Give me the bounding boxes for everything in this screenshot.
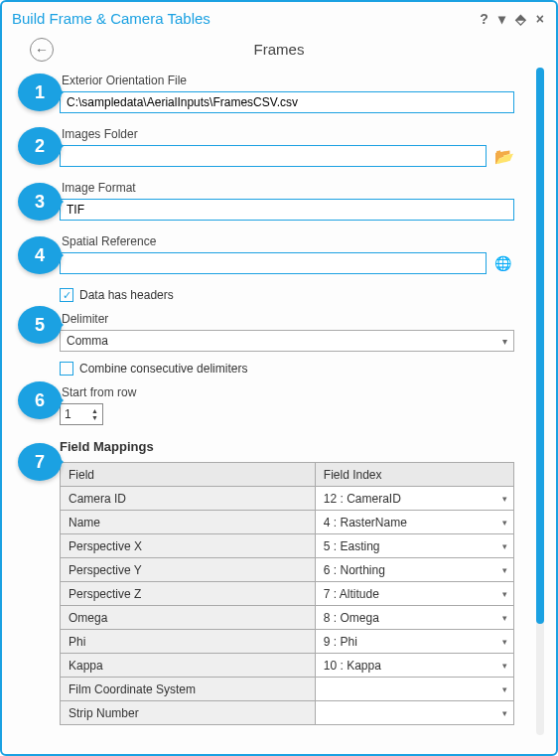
callout-6: 6 (18, 381, 62, 419)
table-row: Omega 8 : Omega▾ (61, 606, 514, 630)
exterior-label: Exterior Orientation File (62, 74, 532, 87)
start-row-label: Start from row (62, 385, 532, 399)
row-field: Perspective Z (61, 582, 316, 606)
callout-2: 2 (18, 127, 62, 165)
table-row: Camera ID 12 : CameraID▾ (61, 487, 514, 511)
callout-4: 4 (18, 236, 62, 274)
table-row: Name 4 : RasterName▾ (61, 511, 514, 534)
dropdown-icon[interactable]: ▾ (498, 11, 507, 27)
back-button[interactable]: ← (30, 38, 54, 62)
field-mappings-title: Field Mappings (60, 439, 532, 454)
chevron-down-icon: ▾ (502, 684, 507, 694)
chevron-down-icon: ▾ (502, 336, 507, 347)
data-has-headers-checkbox[interactable]: ✓ (60, 288, 73, 302)
row-field: Kappa (61, 654, 316, 678)
row-index-select[interactable]: ▾ (315, 678, 513, 701)
chevron-down-icon: ▾ (502, 589, 507, 599)
spinner-up-icon[interactable]: ▲ (91, 407, 98, 414)
spatial-ref-input[interactable] (60, 252, 487, 274)
callout-7: 7 (18, 443, 62, 481)
combine-delimiters-label: Combine consecutive delimiters (79, 362, 247, 376)
row-field: Phi (61, 630, 316, 654)
row-index-select[interactable]: 8 : Omega▾ (315, 606, 513, 630)
images-folder-label: Images Folder (62, 127, 532, 141)
titlebar-icons: ? ▾ ⬘ × (480, 11, 546, 27)
row-index-select[interactable]: ▾ (315, 701, 513, 725)
callout-5: 5 (18, 306, 62, 344)
row-field: Name (61, 511, 316, 534)
table-row: Perspective Z 7 : Altitude▾ (61, 582, 514, 606)
callout-1: 1 (18, 74, 62, 111)
data-has-headers-label: Data has headers (79, 288, 174, 302)
row-index-select[interactable]: 9 : Phi▾ (315, 630, 513, 654)
chevron-down-icon: ▾ (502, 613, 507, 623)
close-icon[interactable]: × (536, 11, 546, 27)
table-row: Perspective X 5 : Easting▾ (61, 534, 514, 558)
chevron-down-icon: ▾ (502, 708, 507, 718)
chevron-down-icon: ▾ (502, 494, 507, 504)
content-area: Exterior Orientation File Images Folder … (12, 68, 546, 735)
titlebar: Build Frame & Camera Tables ? ▾ ⬘ × (12, 8, 546, 33)
row-field: Strip Number (61, 701, 316, 725)
folder-browse-icon[interactable]: 📂 (494, 147, 514, 166)
page-heading: Frames (254, 41, 305, 58)
panel: Build Frame & Camera Tables ? ▾ ⬘ × ← Fr… (0, 0, 558, 756)
image-format-input[interactable] (60, 199, 514, 221)
spatial-ref-label: Spatial Reference (62, 234, 532, 248)
chevron-down-icon: ▾ (502, 637, 507, 647)
pin-icon[interactable]: ⬘ (515, 11, 528, 27)
help-icon[interactable]: ? (480, 11, 490, 27)
table-row: Phi 9 : Phi▾ (61, 630, 514, 654)
delimiter-select[interactable]: Comma ▾ (60, 330, 514, 352)
combine-delimiters-checkbox[interactable] (60, 362, 73, 376)
image-format-label: Image Format (62, 181, 532, 195)
chevron-down-icon: ▾ (502, 541, 507, 551)
col-field: Field (61, 463, 316, 487)
table-row: Kappa 10 : Kappa▾ (61, 654, 514, 678)
exterior-input[interactable] (60, 91, 514, 113)
table-row: Film Coordinate System ▾ (61, 678, 514, 701)
callout-3: 3 (18, 183, 62, 221)
row-field: Film Coordinate System (61, 678, 316, 701)
field-mappings-table: Field Field Index Camera ID 12 : CameraI… (60, 462, 514, 725)
header-row: ← Frames (12, 41, 546, 58)
images-folder-input[interactable] (60, 145, 487, 167)
row-index-select[interactable]: 4 : RasterName▾ (315, 511, 513, 534)
scrollbar[interactable] (536, 68, 544, 735)
delimiter-label: Delimiter (62, 312, 532, 326)
row-field: Perspective Y (61, 558, 316, 582)
chevron-down-icon: ▾ (502, 565, 507, 575)
chevron-down-icon: ▾ (502, 518, 507, 528)
row-field: Perspective X (61, 534, 316, 558)
delimiter-value: Comma (67, 334, 108, 348)
window-title: Build Frame & Camera Tables (12, 10, 210, 27)
row-field: Camera ID (61, 487, 316, 511)
table-row: Strip Number ▾ (61, 701, 514, 725)
row-field: Omega (61, 606, 316, 630)
col-index: Field Index (315, 463, 513, 487)
table-row: Perspective Y 6 : Northing▾ (61, 558, 514, 582)
row-index-select[interactable]: 12 : CameraID▾ (315, 487, 513, 511)
globe-icon[interactable]: 🌐 (494, 255, 511, 271)
row-index-select[interactable]: 10 : Kappa▾ (315, 654, 513, 678)
chevron-down-icon: ▾ (502, 661, 507, 671)
spinner-down-icon[interactable]: ▼ (91, 414, 98, 421)
scrollbar-thumb[interactable] (536, 68, 544, 624)
row-index-select[interactable]: 7 : Altitude▾ (315, 582, 513, 606)
row-index-select[interactable]: 5 : Easting▾ (315, 534, 513, 558)
row-index-select[interactable]: 6 : Northing▾ (315, 558, 513, 582)
